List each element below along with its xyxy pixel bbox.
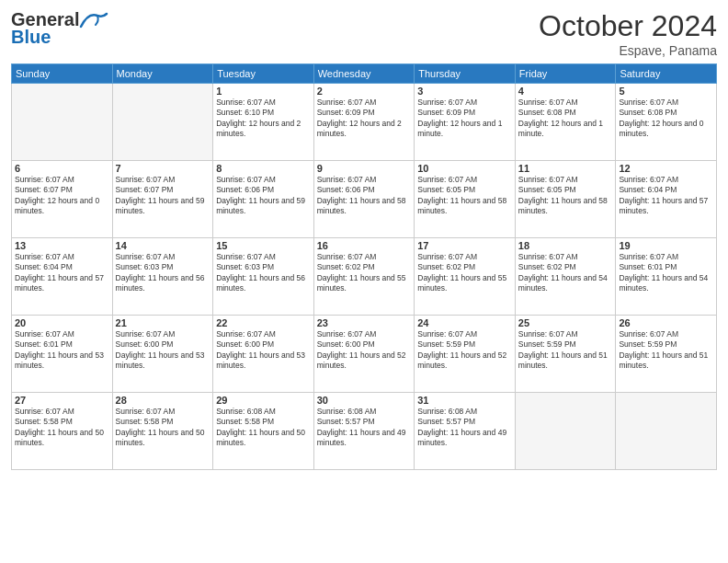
calendar-cell: 19Sunrise: 6:07 AMSunset: 6:01 PMDayligh…: [616, 238, 717, 316]
calendar-cell: 26Sunrise: 6:07 AMSunset: 5:59 PMDayligh…: [616, 316, 717, 393]
day-number: 4: [518, 86, 613, 97]
day-number: 16: [317, 240, 412, 251]
day-number: 19: [619, 240, 713, 251]
day-info: Sunrise: 6:07 AMSunset: 6:09 PMDaylight:…: [417, 98, 512, 140]
day-info: Sunrise: 6:07 AMSunset: 5:58 PMDaylight:…: [15, 407, 109, 449]
day-number: 29: [216, 395, 311, 406]
day-info: Sunrise: 6:07 AMSunset: 6:06 PMDaylight:…: [317, 175, 412, 217]
calendar-cell: 2Sunrise: 6:07 AMSunset: 6:09 PMDaylight…: [313, 84, 415, 161]
day-number: 24: [417, 317, 512, 328]
calendar-day-header: Saturday: [616, 64, 717, 84]
calendar-cell: 3Sunrise: 6:07 AMSunset: 6:09 PMDaylight…: [415, 84, 516, 161]
calendar-week-row: 1Sunrise: 6:07 AMSunset: 6:10 PMDaylight…: [12, 84, 717, 161]
page-header: General Blue October 2024 Espave, Panama: [11, 9, 717, 58]
calendar-cell: 31Sunrise: 6:08 AMSunset: 5:57 PMDayligh…: [415, 393, 516, 470]
calendar-cell: 5Sunrise: 6:07 AMSunset: 6:08 PMDaylight…: [616, 84, 717, 161]
calendar-week-row: 27Sunrise: 6:07 AMSunset: 5:58 PMDayligh…: [12, 393, 717, 470]
day-number: 15: [216, 240, 311, 251]
day-number: 25: [518, 317, 613, 328]
calendar-cell: 9Sunrise: 6:07 AMSunset: 6:06 PMDaylight…: [313, 161, 415, 238]
day-number: 14: [116, 240, 210, 251]
calendar-cell: 28Sunrise: 6:07 AMSunset: 5:58 PMDayligh…: [112, 393, 213, 470]
day-info: Sunrise: 6:08 AMSunset: 5:57 PMDaylight:…: [317, 407, 412, 449]
day-number: 1: [216, 86, 311, 97]
day-info: Sunrise: 6:07 AMSunset: 6:04 PMDaylight:…: [15, 252, 109, 294]
calendar-cell: 6Sunrise: 6:07 AMSunset: 6:07 PMDaylight…: [12, 161, 113, 238]
day-info: Sunrise: 6:07 AMSunset: 6:02 PMDaylight:…: [518, 252, 613, 294]
day-info: Sunrise: 6:08 AMSunset: 5:57 PMDaylight:…: [417, 407, 512, 449]
day-info: Sunrise: 6:07 AMSunset: 6:00 PMDaylight:…: [216, 329, 311, 372]
logo-blue: Blue: [11, 27, 51, 48]
day-number: 10: [417, 163, 512, 174]
calendar-week-row: 20Sunrise: 6:07 AMSunset: 6:01 PMDayligh…: [12, 316, 717, 393]
day-number: 27: [15, 395, 109, 406]
day-number: 7: [116, 163, 210, 174]
calendar-day-header: Sunday: [12, 64, 113, 84]
day-info: Sunrise: 6:08 AMSunset: 5:58 PMDaylight:…: [216, 407, 311, 449]
day-info: Sunrise: 6:07 AMSunset: 5:59 PMDaylight:…: [417, 329, 512, 372]
calendar-cell: 25Sunrise: 6:07 AMSunset: 5:59 PMDayligh…: [515, 316, 616, 393]
calendar-cell: 18Sunrise: 6:07 AMSunset: 6:02 PMDayligh…: [515, 238, 616, 316]
day-number: 12: [619, 163, 713, 174]
day-info: Sunrise: 6:07 AMSunset: 5:59 PMDaylight:…: [619, 329, 713, 372]
day-info: Sunrise: 6:07 AMSunset: 6:06 PMDaylight:…: [216, 175, 311, 217]
calendar-cell: [515, 393, 616, 470]
day-info: Sunrise: 6:07 AMSunset: 6:04 PMDaylight:…: [619, 175, 713, 217]
day-number: 30: [317, 395, 412, 406]
calendar-cell: 10Sunrise: 6:07 AMSunset: 6:05 PMDayligh…: [415, 161, 516, 238]
calendar-week-row: 6Sunrise: 6:07 AMSunset: 6:07 PMDaylight…: [12, 161, 717, 238]
day-number: 20: [15, 317, 109, 328]
day-info: Sunrise: 6:07 AMSunset: 6:00 PMDaylight:…: [116, 329, 210, 372]
day-number: 31: [417, 395, 512, 406]
calendar-cell: 20Sunrise: 6:07 AMSunset: 6:01 PMDayligh…: [12, 316, 113, 393]
calendar-cell: [616, 393, 717, 470]
calendar-cell: 27Sunrise: 6:07 AMSunset: 5:58 PMDayligh…: [12, 393, 113, 470]
calendar-day-header: Wednesday: [313, 64, 415, 84]
calendar-cell: 23Sunrise: 6:07 AMSunset: 6:00 PMDayligh…: [313, 316, 415, 393]
day-info: Sunrise: 6:07 AMSunset: 6:07 PMDaylight:…: [15, 175, 109, 217]
calendar-cell: 15Sunrise: 6:07 AMSunset: 6:03 PMDayligh…: [213, 238, 314, 316]
calendar-cell: 21Sunrise: 6:07 AMSunset: 6:00 PMDayligh…: [112, 316, 213, 393]
calendar-cell: 30Sunrise: 6:08 AMSunset: 5:57 PMDayligh…: [313, 393, 415, 470]
day-info: Sunrise: 6:07 AMSunset: 5:58 PMDaylight:…: [116, 407, 210, 449]
day-info: Sunrise: 6:07 AMSunset: 5:59 PMDaylight:…: [518, 329, 613, 372]
calendar-cell: 11Sunrise: 6:07 AMSunset: 6:05 PMDayligh…: [515, 161, 616, 238]
day-number: 18: [518, 240, 613, 251]
calendar-cell: 4Sunrise: 6:07 AMSunset: 6:08 PMDaylight…: [515, 84, 616, 161]
logo: General Blue: [11, 9, 108, 48]
calendar-cell: [12, 84, 113, 161]
calendar-cell: 16Sunrise: 6:07 AMSunset: 6:02 PMDayligh…: [313, 238, 415, 316]
calendar-day-header: Monday: [112, 64, 213, 84]
calendar-day-header: Tuesday: [213, 64, 314, 84]
day-info: Sunrise: 6:07 AMSunset: 6:02 PMDaylight:…: [317, 252, 412, 294]
day-number: 11: [518, 163, 613, 174]
calendar-cell: 14Sunrise: 6:07 AMSunset: 6:03 PMDayligh…: [112, 238, 213, 316]
calendar-cell: 7Sunrise: 6:07 AMSunset: 6:07 PMDaylight…: [112, 161, 213, 238]
day-info: Sunrise: 6:07 AMSunset: 6:10 PMDaylight:…: [216, 98, 311, 140]
calendar-cell: 17Sunrise: 6:07 AMSunset: 6:02 PMDayligh…: [415, 238, 516, 316]
day-number: 17: [417, 240, 512, 251]
day-number: 2: [317, 86, 412, 97]
location-subtitle: Espave, Panama: [539, 43, 717, 58]
calendar-cell: 24Sunrise: 6:07 AMSunset: 5:59 PMDayligh…: [415, 316, 516, 393]
calendar-cell: 1Sunrise: 6:07 AMSunset: 6:10 PMDaylight…: [213, 84, 314, 161]
month-title: October 2024: [539, 9, 717, 43]
title-section: October 2024 Espave, Panama: [539, 9, 717, 58]
calendar-cell: [112, 84, 213, 161]
calendar-cell: 22Sunrise: 6:07 AMSunset: 6:00 PMDayligh…: [213, 316, 314, 393]
day-number: 28: [116, 395, 210, 406]
calendar-day-header: Thursday: [415, 64, 516, 84]
calendar-header-row: SundayMondayTuesdayWednesdayThursdayFrid…: [12, 64, 717, 84]
day-number: 26: [619, 317, 713, 328]
logo-bird-icon: [79, 10, 108, 30]
day-info: Sunrise: 6:07 AMSunset: 6:07 PMDaylight:…: [116, 175, 210, 217]
day-info: Sunrise: 6:07 AMSunset: 6:08 PMDaylight:…: [619, 98, 713, 140]
day-info: Sunrise: 6:07 AMSunset: 6:00 PMDaylight:…: [317, 329, 412, 372]
day-info: Sunrise: 6:07 AMSunset: 6:02 PMDaylight:…: [417, 252, 512, 294]
calendar-cell: 13Sunrise: 6:07 AMSunset: 6:04 PMDayligh…: [12, 238, 113, 316]
day-number: 3: [417, 86, 512, 97]
calendar-table: SundayMondayTuesdayWednesdayThursdayFrid…: [11, 63, 717, 470]
day-number: 13: [15, 240, 109, 251]
calendar-day-header: Friday: [515, 64, 616, 84]
day-number: 6: [15, 163, 109, 174]
